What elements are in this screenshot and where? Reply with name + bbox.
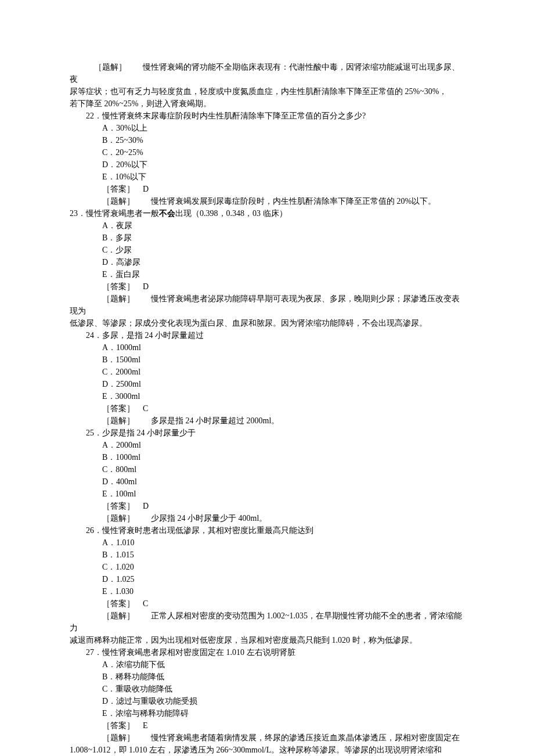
text-line: ［答案］ E <box>70 719 464 732</box>
text-line: E．浓缩与稀释功能障碍 <box>70 707 464 719</box>
text-line: A．30%以上 <box>70 122 464 134</box>
text-line: ［答案］ D <box>70 500 464 512</box>
text-line: ［题解］ 多尿是指 24 小时尿量超过 2000ml。 <box>70 415 464 427</box>
text-line: C．少尿 <box>70 244 464 256</box>
text-line: 减退而稀释功能正常，因为出现相对低密度尿，当尿相对密度最高只能到 1.020 时… <box>70 634 464 646</box>
text-line: C．20~25% <box>70 146 464 159</box>
text-line: ［题解］ 少尿指 24 小时尿量少于 400ml。 <box>70 512 464 524</box>
text-line: ［答案］ C <box>70 402 464 415</box>
text-line: ［答案］ D <box>70 183 464 195</box>
text-line: 若下降至 20%~25%，则进入肾衰竭期。 <box>70 98 464 110</box>
text-line: E．蛋白尿 <box>70 268 464 280</box>
text-line: D．高渗尿 <box>70 256 464 268</box>
text-line: B．1000ml <box>70 451 464 463</box>
text-line: A．夜尿 <box>70 219 464 232</box>
text-line: ［答案］ D <box>70 280 464 293</box>
text-line: ［题解］ 慢性肾衰竭患者随着病情发展，终尿的渗透压接近血浆晶体渗透压，尿相对密度… <box>70 732 464 744</box>
text-line: 1.008~1.012，即 1.010 左右，尿渗透压为 266~300mmol… <box>70 744 464 756</box>
text-line: A．1000ml <box>70 341 464 354</box>
text-line: C．800ml <box>70 463 464 476</box>
text-line: E．1.030 <box>70 585 464 597</box>
text-line: ［题解］ 正常人尿相对密度的变动范围为 1.002~1.035，在早期慢性肾功能… <box>70 610 464 634</box>
text-line: D．滤过与重吸收功能受损 <box>70 695 464 707</box>
text-line: C．重吸收功能降低 <box>70 683 464 695</box>
text-line: 23．慢性肾衰竭患者一般不会出现（0.398，0.348，03 临床） <box>70 207 464 219</box>
text-line: E．100ml <box>70 488 464 500</box>
text-line: ［题解］ 慢性肾衰竭的肾功能不全期临床表现有：代谢性酸中毒，因肾浓缩功能减退可出… <box>70 61 464 85</box>
text-line: ［题解］ 慢性肾衰竭发展到尿毒症阶段时，内生性肌酐清除率下降至正常值的 20%以… <box>70 195 464 207</box>
text-line: 26．慢性肾衰时患者出现低渗尿，其相对密度比重最高只能达到 <box>70 524 464 537</box>
text-line: A．2000ml <box>70 439 464 451</box>
text-line: ［答案］ C <box>70 597 464 610</box>
text-line: B．多尿 <box>70 232 464 244</box>
text-line: C．1.020 <box>70 561 464 573</box>
text-line: 24．多尿，是指 24 小时尿量超过 <box>70 329 464 341</box>
text-line: 27．慢性肾衰竭患者尿相对密度固定在 1.010 左右说明肾脏 <box>70 646 464 658</box>
text-line: A．1.010 <box>70 537 464 549</box>
text-line: D．20%以下 <box>70 159 464 171</box>
text-line: C．2000ml <box>70 366 464 378</box>
text-line: E．3000ml <box>70 390 464 402</box>
text-line: 低渗尿、等渗尿；尿成分变化表现为蛋白尿、血尿和脓尿。因为肾浓缩功能障碍，不会出现… <box>70 317 464 329</box>
text-line: E．10%以下 <box>70 171 464 183</box>
text-line: ［题解］ 慢性肾衰竭患者泌尿功能障碍早期可表现为夜尿、多尿，晚期则少尿；尿渗透压… <box>70 293 464 317</box>
text-line: 22．慢性肾衰终末尿毒症阶段时内生性肌酐清除率下降至正常值的百分之多少? <box>70 110 464 122</box>
text-line: D．400ml <box>70 476 464 488</box>
text-line: D．1.025 <box>70 573 464 585</box>
text-line: A．浓缩功能下低 <box>70 658 464 671</box>
text-line: 25．少尿是指 24 小时尿量少于 <box>70 427 464 439</box>
text-line: B．稀释功能降低 <box>70 671 464 683</box>
text-line: B．1500ml <box>70 354 464 366</box>
text-line: D．2500ml <box>70 378 464 390</box>
text-line: B．1.015 <box>70 549 464 561</box>
text-line: B．25~30% <box>70 134 464 146</box>
text-line: 尿等症状；也可有乏力与轻度贫血，轻度或中度氮质血症，内生性肌酐清除率下降至正常值… <box>70 85 464 98</box>
